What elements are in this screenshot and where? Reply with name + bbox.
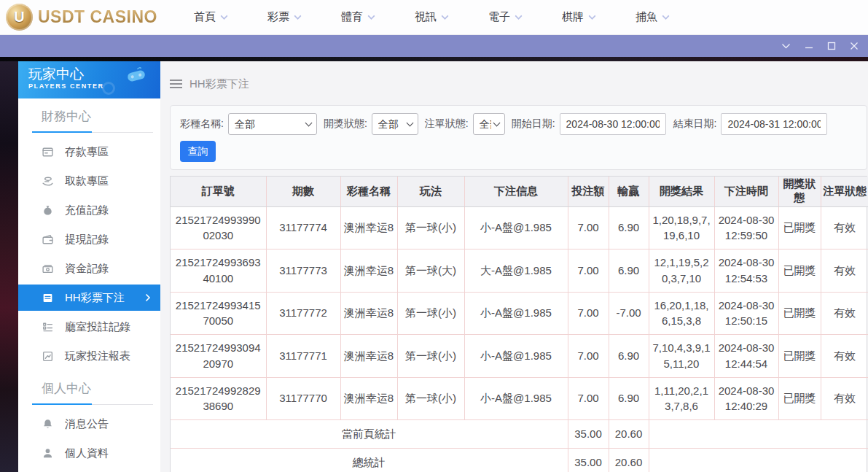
table-row: 215217249930942097031177771澳洲幸运8第一球(小)小-… bbox=[171, 335, 868, 378]
window-maximize-icon[interactable] bbox=[820, 35, 842, 57]
page-total-empty bbox=[649, 420, 868, 449]
nav-item-label: 首頁 bbox=[194, 10, 216, 24]
table-row: 215217249936934010031177773澳洲幸运8第一球(大)大-… bbox=[171, 249, 868, 293]
sidebar-section-title: 財務中心 bbox=[18, 98, 160, 131]
nav-item-cards[interactable]: 棋牌 bbox=[562, 10, 596, 24]
main-content: HH彩票下注 彩種名稱: 全部 開獎狀態: 全部 注單狀態: 全部 開始日期: … bbox=[160, 61, 868, 472]
nav-item-label: 體育 bbox=[341, 10, 363, 24]
cell-bet-info: 小-A盤@1.985 bbox=[464, 335, 568, 378]
cell-draw-status: 已開獎 bbox=[778, 292, 821, 335]
top-bar: U USDT CASINO 首頁 彩票 體育 視訊 電子 棋牌 bbox=[0, 0, 868, 35]
bell-icon bbox=[42, 418, 54, 430]
cell-lottery-name: 澳洲幸运8 bbox=[340, 206, 397, 249]
nav-item-label: 彩票 bbox=[267, 10, 289, 24]
lottery-name-select[interactable]: 全部 bbox=[228, 113, 317, 135]
cell-order-no: 2152172499282938690 bbox=[171, 377, 266, 420]
nav-item-home[interactable]: 首頁 bbox=[194, 10, 228, 24]
sidebar-item-funds-records[interactable]: 資金記錄 bbox=[18, 254, 160, 283]
sidebar-item-label: 存款專區 bbox=[65, 145, 109, 159]
window-title-bar bbox=[0, 35, 868, 57]
page-header: HH彩票下注 bbox=[170, 61, 867, 105]
start-date-input[interactable] bbox=[560, 113, 666, 135]
decor-circle bbox=[102, 82, 115, 95]
grand-total-bet-amount: 35.00 bbox=[568, 449, 609, 472]
logo-text: USDT CASINO bbox=[38, 7, 157, 27]
cell-win-loss: 6.90 bbox=[609, 377, 649, 420]
window-chevron-down-icon[interactable] bbox=[775, 35, 797, 57]
report-icon bbox=[42, 350, 54, 363]
withdraw-icon bbox=[42, 175, 54, 187]
cell-bet-info: 小-A盤@1.985 bbox=[464, 377, 568, 420]
bets-table: 訂單號期數彩種名稱玩法下注信息投注額輸贏開獎結果下注時間開獎狀態注單狀態 215… bbox=[170, 176, 867, 472]
sidebar-item-recharge-records[interactable]: 充值記錄 bbox=[18, 196, 160, 225]
cell-bet-amount: 7.00 bbox=[568, 249, 609, 293]
sidebar-item-profile[interactable]: 個人資料 bbox=[18, 438, 160, 468]
grand-total-label: 總統計 bbox=[171, 449, 568, 472]
cell-bet-time: 2024-08-30 12:40:29 bbox=[714, 377, 778, 420]
table-row: 215217249928293869031177770澳洲幸运8第一球(小)小-… bbox=[171, 377, 868, 420]
column-header-draw-status: 開獎狀態 bbox=[778, 177, 821, 206]
cell-period: 31177771 bbox=[266, 335, 340, 378]
column-header-draw-result: 開獎結果 bbox=[649, 177, 714, 206]
sidebar-item-deposit-zone[interactable]: 存款專區 bbox=[18, 137, 160, 166]
cell-bet-time: 2024-08-30 12:50:15 bbox=[714, 292, 778, 335]
wallet-icon bbox=[42, 233, 54, 246]
start-date-label: 開始日期: bbox=[512, 117, 555, 131]
column-header-bet-info: 下注信息 bbox=[464, 177, 568, 206]
logo: U USDT CASINO bbox=[6, 4, 173, 31]
cell-play-type: 第一球(小) bbox=[397, 206, 464, 249]
cell-period: 31177773 bbox=[266, 249, 340, 293]
nav-item-slots[interactable]: 電子 bbox=[488, 10, 523, 24]
order-status-label: 注單狀態: bbox=[425, 117, 469, 131]
sidebar-item-label: 提現記錄 bbox=[65, 233, 109, 247]
cell-order-status: 有效 bbox=[821, 335, 868, 378]
end-date-input[interactable] bbox=[721, 113, 827, 135]
grand-total-row: 總統計35.0020.60 bbox=[171, 449, 868, 472]
cell-lottery-name: 澳洲幸运8 bbox=[340, 377, 397, 420]
sidebar-item-hh-lottery-bets[interactable]: HH彩票下注 bbox=[18, 285, 160, 311]
cell-period: 31177772 bbox=[266, 292, 340, 335]
lottery-name-label: 彩種名稱: bbox=[180, 117, 224, 131]
cell-lottery-name: 澳洲幸运8 bbox=[340, 335, 397, 378]
cell-bet-amount: 7.00 bbox=[568, 292, 609, 335]
sidebar-item-label: 資金記錄 bbox=[65, 262, 109, 276]
sidebar-item-label: 個人資料 bbox=[65, 446, 109, 460]
cell-lottery-name: 澳洲幸运8 bbox=[340, 249, 397, 293]
cell-order-status: 有效 bbox=[821, 377, 868, 420]
order-status-select[interactable]: 全部 bbox=[473, 113, 505, 135]
end-date-label: 結束日期: bbox=[673, 117, 717, 131]
logo-coin-icon: U bbox=[6, 4, 33, 31]
window-minimize-icon[interactable] bbox=[797, 35, 820, 57]
cell-bet-info: 大-A盤@1.985 bbox=[464, 249, 568, 293]
cell-order-status: 有效 bbox=[821, 292, 868, 335]
deposit-icon bbox=[42, 146, 54, 158]
cell-play-type: 第一球(小) bbox=[397, 377, 464, 420]
cell-draw-result: 12,1,19,5,20,3,7,10 bbox=[649, 249, 714, 293]
nav-item-video[interactable]: 視訊 bbox=[415, 10, 449, 24]
cell-draw-result: 1,20,18,9,7,19,6,10 bbox=[649, 206, 714, 249]
search-button[interactable]: 查詢 bbox=[180, 141, 216, 162]
sidebar-item-hall-bet-records[interactable]: 廳室投註記錄 bbox=[18, 312, 160, 341]
window-close-icon[interactable] bbox=[842, 35, 865, 57]
nav-item-lottery[interactable]: 彩票 bbox=[267, 10, 302, 24]
cell-draw-result: 7,10,4,3,9,15,11,20 bbox=[649, 335, 714, 378]
nav-item-sports[interactable]: 體育 bbox=[341, 10, 375, 24]
cell-play-type: 第一球(小) bbox=[397, 292, 464, 335]
sidebar-item-messages[interactable]: 消息公告 bbox=[18, 409, 160, 438]
sidebar-item-withdraw-zone[interactable]: 取款專區 bbox=[18, 166, 160, 196]
cell-win-loss: 6.90 bbox=[609, 249, 649, 293]
sidebar-item-withdrawal-records[interactable]: 提現記錄 bbox=[18, 225, 160, 254]
nav-item-label: 捕魚 bbox=[636, 10, 657, 24]
nav-item-fishing[interactable]: 捕魚 bbox=[636, 10, 670, 24]
filter-panel: 彩種名稱: 全部 開獎狀態: 全部 注單狀態: 全部 開始日期: 結束日期: 查… bbox=[170, 105, 867, 170]
cell-order-no: 2152172499309420970 bbox=[171, 335, 266, 378]
cell-bet-amount: 7.00 bbox=[568, 377, 609, 420]
chevron-right-icon bbox=[145, 293, 151, 302]
sidebar-item-label: HH彩票下注 bbox=[65, 291, 125, 305]
menu-toggle-icon[interactable] bbox=[170, 80, 182, 88]
column-header-order-status: 注單狀態 bbox=[821, 177, 868, 206]
draw-status-select[interactable]: 全部 bbox=[372, 113, 418, 135]
sidebar-item-player-bet-report[interactable]: 玩家投注報表 bbox=[18, 341, 160, 371]
banknote-icon bbox=[42, 263, 54, 275]
cell-play-type: 第一球(大) bbox=[397, 249, 464, 293]
